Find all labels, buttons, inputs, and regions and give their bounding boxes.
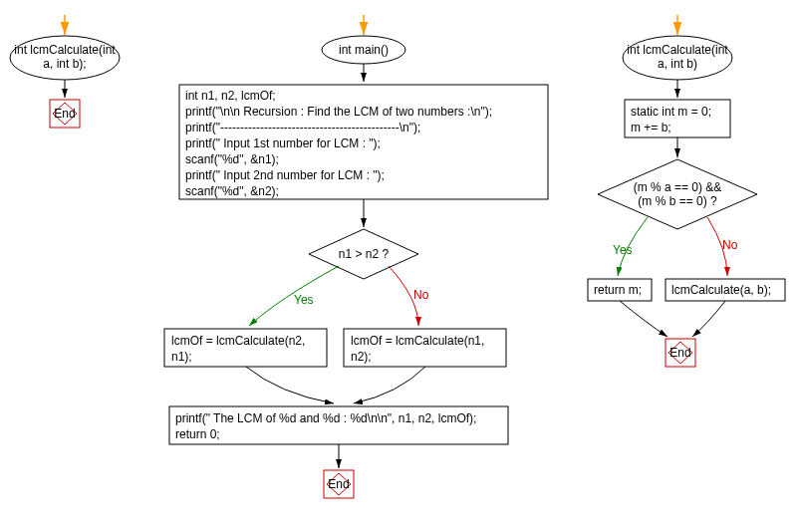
process-3-l1: static int m = 0; <box>631 105 711 119</box>
process-2-l4: printf(" Input 1st number for LCM : "); <box>185 136 381 150</box>
process-2-l1: int n1, n2, lcmOf; <box>185 89 276 103</box>
merge-arrow-2a <box>246 367 334 403</box>
process-2-no-l1: lcmOf = lcmCalculate(n1, <box>351 334 484 348</box>
terminal-3-text-l1: int lcmCalculate(int <box>627 43 728 57</box>
end-2-text: End <box>328 477 349 491</box>
end-1-text: End <box>54 107 75 121</box>
process-3-l2: m += b; <box>631 121 671 134</box>
process-2-yes-l1: lcmOf = lcmCalculate(n2, <box>171 334 305 348</box>
process-2-l5: scanf("%d", &n1); <box>185 152 279 166</box>
no-label-2: No <box>413 288 429 302</box>
terminal-1-text-l2: a, int b); <box>43 57 86 71</box>
end-1: End <box>50 100 80 128</box>
end-3: End <box>666 339 695 367</box>
yes-label-2: Yes <box>294 293 314 307</box>
merge-arrow-3b <box>692 301 725 337</box>
decision-3-l2: (m % b == 0) ? <box>638 194 717 208</box>
no-label-3: No <box>722 238 738 252</box>
process-2-l3: printf("--------------------------------… <box>185 121 420 134</box>
process-2-final-l2: return 0; <box>175 427 220 441</box>
process-2-no-l2: n2); <box>351 350 372 364</box>
process-2-yes-l2: n1); <box>171 350 192 364</box>
end-2: End <box>324 470 354 498</box>
flowchart-canvas: int lcmCalculate(int a, int b); End int … <box>0 0 800 532</box>
decision-2-text: n1 > n2 ? <box>339 247 390 261</box>
yes-label-3: Yes <box>613 243 633 257</box>
process-2-l2: printf("\n\n Recursion : Find the LCM of… <box>185 105 492 119</box>
decision-3-l1: (m % a == 0) && <box>634 180 722 194</box>
merge-arrow-2b <box>354 367 425 403</box>
process-2-l6: printf(" Input 2nd number for LCM : "); <box>185 168 385 182</box>
process-2-l7: scanf("%d", &n2); <box>185 184 279 198</box>
process-3-no-text: lcmCalculate(a, b); <box>671 283 771 297</box>
end-3-text: End <box>669 346 690 360</box>
terminal-1-text-l1: int lcmCalculate(int <box>14 43 116 57</box>
terminal-3-text-l2: a, int b) <box>658 57 697 71</box>
process-2-final-l1: printf(" The LCM of %d and %d : %d\n\n",… <box>175 411 476 425</box>
process-3-yes-text: return m; <box>594 283 642 297</box>
merge-arrow-3a <box>620 301 667 337</box>
terminal-2-text: int main() <box>339 43 389 57</box>
